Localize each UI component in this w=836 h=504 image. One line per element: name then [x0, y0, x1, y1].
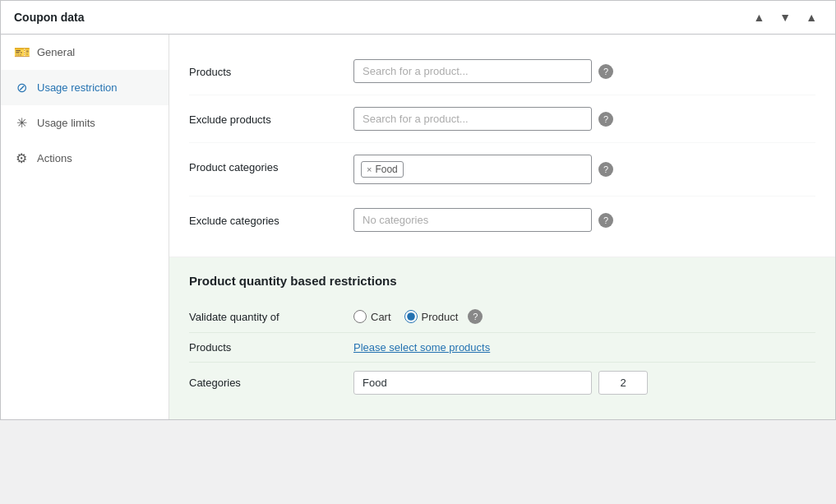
scroll-up-button[interactable]: ▲ [748, 9, 769, 25]
product-categories-label: Product categories [189, 155, 353, 173]
sidebar-label-usage-restriction: Usage restriction [37, 81, 118, 94]
product-categories-tag-area[interactable]: × Food [353, 155, 592, 184]
products-label: Products [189, 59, 353, 78]
sidebar-item-usage-limits[interactable]: ✳ Usage limits [1, 105, 169, 141]
radio-group: Cart Product [353, 310, 458, 323]
product-categories-row: Product categories × Food ? [189, 143, 815, 197]
categories-input[interactable] [353, 371, 592, 395]
exclude-categories-row: Exclude categories ? [189, 197, 815, 243]
green-categories-row: Categories [189, 363, 815, 403]
form-section: Products ? Exclude products ? [169, 35, 835, 257]
collapse-button[interactable]: ▲ [801, 9, 822, 25]
green-products-row: Products Please select some products [189, 333, 815, 363]
sidebar-label-usage-limits: Usage limits [37, 117, 95, 129]
exclude-products-row: Exclude products ? [189, 95, 815, 143]
panel-header: Coupon data ▲ ▼ ▲ [1, 1, 835, 35]
exclude-categories-input[interactable] [353, 208, 592, 232]
sidebar-label-actions: Actions [37, 152, 72, 164]
exclude-products-input[interactable] [353, 107, 592, 131]
header-controls: ▲ ▼ ▲ [748, 9, 822, 25]
cart-radio-option[interactable]: Cart [353, 310, 391, 323]
exclude-products-label: Exclude products [189, 107, 353, 126]
green-categories-label: Categories [189, 377, 353, 389]
select-products-link[interactable]: Please select some products [353, 341, 490, 354]
validate-quantity-row: Validate quantity of Cart Product [189, 301, 815, 333]
panel-title: Coupon data [14, 11, 85, 24]
product-radio-option[interactable]: Product [404, 310, 459, 323]
products-row: Products ? [189, 48, 815, 95]
green-categories-field [353, 371, 815, 395]
food-tag-remove[interactable]: × [367, 164, 372, 174]
sidebar-item-actions[interactable]: ⚙ Actions [1, 141, 169, 176]
ticket-icon: 🎫 [14, 44, 29, 60]
cart-radio-label: Cart [371, 311, 391, 323]
green-section: Product quantity based restrictions Vali… [169, 257, 835, 419]
limits-icon: ✳ [14, 115, 29, 131]
actions-icon: ⚙ [14, 150, 29, 166]
cart-radio[interactable] [353, 310, 367, 323]
exclude-products-field: ? [353, 107, 815, 131]
product-radio[interactable] [404, 310, 418, 323]
scroll-down-button[interactable]: ▼ [774, 9, 796, 25]
product-categories-help-icon[interactable]: ? [598, 162, 613, 177]
sidebar: 🎫 General ⊘ Usage restriction ✳ Usage li… [1, 35, 169, 419]
exclude-products-help-icon[interactable]: ? [598, 112, 613, 127]
products-input[interactable] [353, 59, 592, 83]
validate-quantity-label: Validate quantity of [189, 311, 353, 323]
food-tag: × Food [361, 161, 404, 178]
product-radio-label: Product [422, 311, 459, 323]
green-products-label: Products [189, 341, 353, 354]
exclude-categories-help-icon[interactable]: ? [598, 213, 613, 228]
sidebar-item-usage-restriction[interactable]: ⊘ Usage restriction [1, 70, 169, 105]
products-field: ? [353, 59, 815, 83]
sidebar-label-general: General [37, 46, 75, 58]
validate-help-icon[interactable]: ? [468, 309, 483, 324]
exclude-categories-field: ? [353, 208, 815, 232]
restriction-icon: ⊘ [14, 80, 29, 95]
categories-row [353, 371, 648, 395]
food-tag-label: Food [375, 164, 397, 175]
products-help-icon[interactable]: ? [598, 64, 613, 79]
validate-quantity-field: Cart Product ? [353, 309, 815, 324]
categories-number-input[interactable] [598, 371, 648, 395]
product-categories-field: × Food ? [353, 155, 815, 184]
sidebar-item-general[interactable]: 🎫 General [1, 35, 169, 70]
exclude-categories-label: Exclude categories [189, 208, 353, 227]
panel-body: 🎫 General ⊘ Usage restriction ✳ Usage li… [1, 35, 835, 419]
green-section-title: Product quantity based restrictions [189, 274, 815, 288]
main-content: Products ? Exclude products ? [169, 35, 835, 419]
coupon-panel: Coupon data ▲ ▼ ▲ 🎫 General ⊘ Usage rest… [0, 0, 836, 420]
green-products-field: Please select some products [353, 341, 815, 354]
